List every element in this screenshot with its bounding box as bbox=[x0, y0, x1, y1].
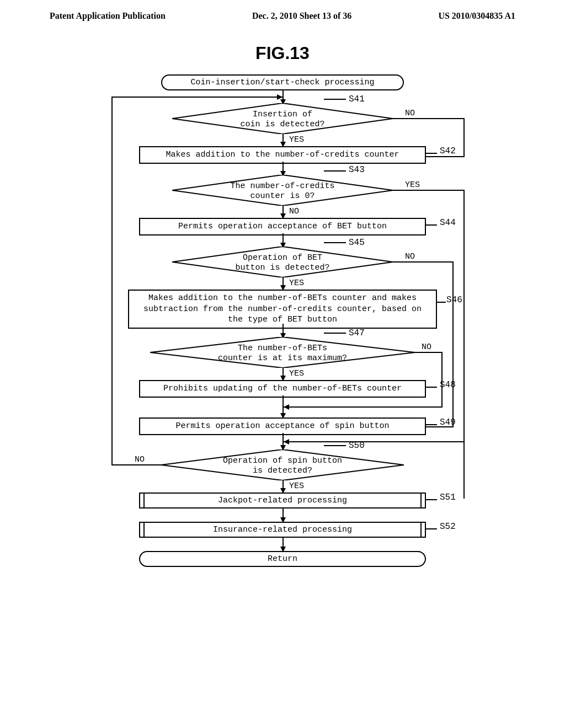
label-s42: S42 bbox=[440, 146, 456, 156]
decision-s45: Operation of BET button is detected? bbox=[172, 247, 393, 277]
header-center: Dec. 2, 2010 Sheet 13 of 36 bbox=[252, 11, 351, 21]
process-s49: Permits operation acceptance of spin but… bbox=[139, 417, 426, 435]
decision-s43: The number-of-credits counter is 0? bbox=[172, 175, 393, 206]
process-s42: Makes addition to the number-of-credits … bbox=[139, 146, 426, 164]
label-s48: S48 bbox=[440, 380, 456, 390]
terminal-return: Return bbox=[139, 551, 426, 567]
process-s48: Prohibits updating of the number-of-BETs… bbox=[139, 380, 426, 398]
label-s47-yes: YES bbox=[288, 369, 305, 378]
label-s52: S52 bbox=[440, 522, 456, 532]
header-right: US 2010/0304835 A1 bbox=[438, 11, 515, 21]
label-s43-yes: YES bbox=[404, 180, 421, 190]
page-header: Patent Application Publication Dec. 2, 2… bbox=[0, 0, 565, 26]
decision-s41: Insertion of coin is detected? bbox=[172, 103, 393, 134]
decision-s47: The number-of-BETs counter is at its max… bbox=[150, 337, 415, 368]
label-s50-yes: YES bbox=[288, 481, 305, 491]
process-s46: Makes addition to the number-of-BETs cou… bbox=[128, 290, 437, 329]
process-s44: Permits operation acceptance of BET butt… bbox=[139, 218, 426, 235]
figure-title: FIG.13 bbox=[0, 43, 565, 63]
terminal-start: Coin-insertion/start-check processing bbox=[161, 74, 404, 90]
label-s49: S49 bbox=[440, 417, 456, 427]
label-s47-no: NO bbox=[420, 342, 433, 352]
flowchart-container: Coin-insertion/start-check processing In… bbox=[95, 74, 470, 670]
label-s46: S46 bbox=[446, 295, 462, 305]
label-s43-no: NO bbox=[288, 207, 300, 216]
label-s45-yes: YES bbox=[288, 279, 305, 288]
label-s51: S51 bbox=[440, 493, 456, 502]
subroutine-s51: Jackpot-related processing bbox=[139, 493, 426, 508]
label-s45-no: NO bbox=[404, 252, 416, 261]
label-s43: S43 bbox=[349, 165, 365, 175]
label-s41-no: NO bbox=[404, 109, 416, 118]
subroutine-s52: Insurance-related processing bbox=[139, 522, 426, 538]
header-left: Patent Application Publication bbox=[50, 11, 166, 21]
label-s41-yes: YES bbox=[288, 135, 305, 144]
label-s50-no: NO bbox=[134, 455, 146, 464]
decision-s50: Operation of spin button is detected? bbox=[161, 449, 404, 480]
label-s44: S44 bbox=[440, 218, 456, 228]
